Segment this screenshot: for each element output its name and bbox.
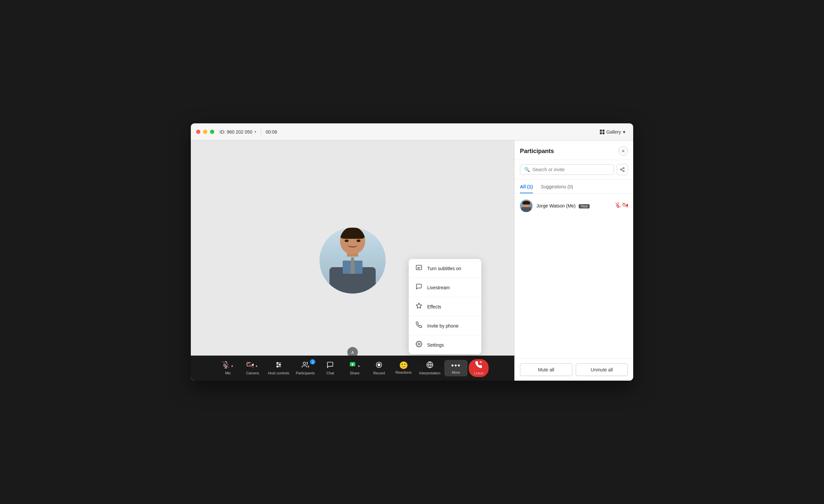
more-options-popup: Turn subtitles on Livestream [409, 259, 481, 354]
effects-label: Effects [427, 304, 441, 309]
reactions-label: Reactions [396, 370, 412, 374]
mic-label: Mic [225, 371, 231, 375]
livestream-icon [415, 283, 423, 291]
share-icon [349, 361, 356, 370]
host-controls-label: Host controls [268, 371, 289, 375]
close-button[interactable] [196, 130, 200, 134]
subtitles-icon [415, 264, 423, 272]
camera-button[interactable]: ▲ Camera [241, 359, 264, 377]
participant-camera-muted-icon [623, 203, 628, 209]
search-box: 🔍 [520, 164, 614, 175]
svg-marker-3 [416, 303, 422, 308]
invite-phone-menu-item[interactable]: Invite by phone [409, 316, 481, 336]
more-icon: ••• [451, 362, 461, 369]
participant-mic-muted-icon [615, 203, 621, 209]
livestream-label: Livestream [427, 285, 450, 290]
share-chevron-icon[interactable]: ▲ [357, 364, 360, 367]
mute-all-button[interactable]: Mute all [520, 364, 573, 376]
gallery-view-button[interactable]: Gallery ▾ [597, 128, 628, 136]
host-controls-icon [275, 361, 282, 370]
titlebar: ID: 960 202 050 ▾ 00:06 Gallery ▾ [191, 123, 633, 140]
more-label: More [452, 370, 460, 374]
participant-avatar [520, 200, 532, 212]
chat-label: Chat [326, 371, 334, 375]
svg-marker-9 [251, 363, 253, 366]
svg-point-16 [303, 362, 305, 365]
interpretation-label: Interpretation [419, 371, 440, 375]
mic-button[interactable]: ▲ Mic [217, 359, 240, 377]
reactions-button[interactable]: 🙂 Reactions [392, 360, 415, 376]
host-controls-button[interactable]: Host controls [266, 359, 292, 377]
tab-suggestions[interactable]: Suggestions (0) [541, 181, 573, 193]
invite-phone-icon [415, 322, 423, 330]
tab-all[interactable]: All (1) [520, 181, 533, 193]
livestream-menu-item[interactable]: Livestream [409, 278, 481, 297]
invite-share-button[interactable] [617, 164, 628, 175]
tabs-row: All (1) Suggestions (0) [515, 179, 633, 194]
unmute-all-button[interactable]: Unmute all [576, 364, 628, 376]
reactions-icon: 🙂 [399, 362, 408, 369]
svg-point-4 [418, 343, 420, 345]
search-input[interactable] [532, 167, 610, 172]
settings-label: Settings [427, 342, 444, 348]
leave-icon [475, 361, 482, 370]
share-button[interactable]: ▲ Share [343, 359, 366, 377]
svg-point-26 [620, 169, 622, 170]
meeting-timer: 00:06 [266, 129, 277, 135]
meeting-id-chevron-icon: ▾ [254, 130, 256, 134]
participants-list: Jorge Watson (Me) Host [515, 194, 633, 359]
search-icon: 🔍 [524, 167, 530, 172]
panel-title: Participants [520, 148, 554, 155]
participant-item: Jorge Watson (Me) Host [515, 196, 633, 215]
effects-icon [415, 302, 423, 311]
panel-footer: Mute all Unmute all [515, 359, 633, 381]
svg-line-29 [622, 168, 623, 169]
settings-menu-item[interactable]: Settings [409, 336, 481, 354]
titlebar-divider [261, 129, 261, 135]
record-label: Record [373, 371, 385, 375]
chevron-up-icon: ∧ [351, 350, 354, 355]
svg-point-13 [277, 363, 278, 364]
participant-name: Jorge Watson (Me) Host [536, 203, 590, 209]
participants-label: Participants [296, 371, 315, 375]
chat-button[interactable]: Chat [319, 359, 342, 377]
effects-menu-item[interactable]: Effects [409, 297, 481, 316]
svg-marker-34 [626, 204, 628, 207]
zoom-window: ID: 960 202 050 ▾ 00:06 Gallery ▾ [191, 123, 633, 381]
subtitles-menu-item[interactable]: Turn subtitles on [409, 259, 481, 278]
participant-status-icons [615, 203, 628, 209]
mic-chevron-icon[interactable]: ▲ [230, 364, 234, 367]
svg-point-20 [378, 364, 380, 366]
svg-point-25 [623, 167, 624, 168]
right-panel: Participants ✕ 🔍 [514, 140, 633, 381]
traffic-lights [196, 130, 214, 134]
camera-icon [246, 361, 254, 370]
leave-button[interactable]: Leave [469, 359, 489, 377]
meeting-toolbar: ▲ Mic ▲ [191, 356, 514, 381]
minimize-button[interactable] [203, 130, 207, 134]
participants-icon [302, 361, 309, 370]
host-tag: Host [579, 204, 590, 209]
mic-icon [222, 361, 229, 370]
panel-close-button[interactable]: ✕ [619, 146, 628, 156]
svg-point-27 [623, 170, 624, 172]
participants-button[interactable]: 1 Participants [293, 359, 317, 377]
share-label: Share [350, 371, 359, 375]
invite-phone-label: Invite by phone [427, 323, 458, 329]
participants-badge: 1 [310, 359, 315, 365]
subtitles-label: Turn subtitles on [427, 266, 461, 271]
record-button[interactable]: Record [368, 359, 391, 377]
svg-point-15 [277, 366, 278, 367]
participant-video [320, 228, 386, 293]
interpretation-icon [426, 361, 433, 370]
interpretation-button[interactable]: Interpretation [416, 359, 443, 377]
camera-chevron-icon[interactable]: ▲ [255, 364, 258, 367]
maximize-button[interactable] [210, 130, 214, 134]
video-area: Host 🎤 Jorge Watson (Me) ∧ [191, 140, 514, 381]
chat-icon [326, 361, 334, 370]
meeting-id[interactable]: ID: 960 202 050 ▾ [219, 129, 256, 135]
svg-point-14 [279, 364, 281, 365]
svg-line-28 [622, 170, 623, 171]
gallery-chevron-icon: ▾ [623, 129, 625, 135]
more-button[interactable]: ••• More [444, 360, 468, 376]
